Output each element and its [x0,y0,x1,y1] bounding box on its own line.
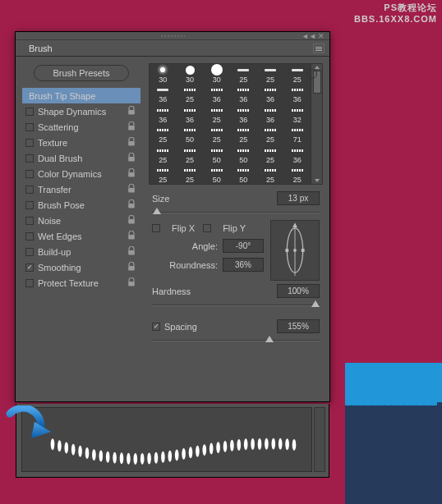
brush-thumb[interactable]: 25 [177,165,204,186]
brush-thumb[interactable]: 71 [283,125,311,145]
brush-thumb[interactable]: 36 [283,144,311,165]
scroll-down-icon[interactable] [315,179,320,182]
brush-thumb[interactable]: 36 [230,85,257,105]
flipy-checkbox[interactable] [203,224,211,232]
sidebar-checkbox[interactable] [25,248,34,256]
brush-thumb[interactable]: 50 [177,125,204,145]
scroll-up-icon[interactable] [315,66,320,69]
sidebar-checkbox[interactable] [25,123,34,131]
brush-thumbnail-grid[interactable]: 3030302525253625363636363636253636322550… [149,63,323,185]
brush-thumb[interactable]: 36 [177,104,204,125]
sidebar-item-wet-edges[interactable]: Wet Edges [22,228,140,244]
sidebar-checkbox[interactable] [25,279,34,287]
sidebar-item-scattering[interactable]: Scattering [22,119,140,135]
lock-icon[interactable] [127,153,136,162]
spacing-checkbox[interactable] [152,323,160,331]
brush-thumb[interactable]: 36 [257,104,284,125]
brush-thumb[interactable]: 25 [257,144,284,165]
brush-thumb[interactable]: 36 [283,85,311,105]
brush-thumb[interactable]: 50 [203,165,230,186]
lock-icon[interactable] [127,121,136,131]
brush-thumb[interactable]: 25 [150,165,177,186]
sidebar-checkbox[interactable] [25,154,34,163]
hardness-value[interactable]: 100% [277,284,320,298]
panel-menu-icon[interactable] [313,44,325,53]
brush-thumb-label: 36 [266,116,274,124]
sidebar-checkbox[interactable] [25,263,34,272]
lock-icon[interactable] [127,262,136,271]
sidebar-checkbox[interactable] [25,217,34,225]
sidebar-item-brush-tip-shape[interactable]: Brush Tip Shape [22,88,140,103]
sidebar-item-shape-dynamics[interactable]: Shape Dynamics [22,103,140,119]
spacing-value[interactable]: 155% [277,319,320,333]
brush-thumb[interactable]: 36 [203,85,230,105]
sidebar-checkbox[interactable] [25,186,34,194]
angle-value[interactable]: -90° [223,239,264,253]
brush-thumb[interactable]: 25 [177,85,204,105]
sidebar-item-brush-pose[interactable]: Brush Pose [22,197,140,213]
brush-thumb[interactable]: 36 [230,104,257,125]
close-icon[interactable]: ✕ [316,32,326,40]
brush-thumb[interactable]: 36 [257,85,284,105]
sidebar-item-protect-texture[interactable]: Protect Texture [22,275,140,291]
brush-thumb[interactable]: 30 [203,64,230,85]
brush-thumb[interactable]: 25 [177,144,204,165]
lock-icon[interactable] [127,106,136,115]
brush-thumb[interactable]: 25 [230,125,257,145]
sidebar-item-texture[interactable]: Texture [22,135,140,150]
size-slider[interactable] [152,207,320,218]
lock-icon[interactable] [127,277,136,286]
brush-thumb[interactable]: 36 [150,85,177,105]
spacing-slider[interactable] [152,335,320,346]
lock-icon[interactable] [127,199,136,208]
sidebar-item-label: Protect Texture [38,278,99,288]
brush-tab[interactable]: Brush [21,41,61,56]
angle-visualizer[interactable] [270,220,320,281]
hardness-slider[interactable] [152,300,320,311]
brush-thumb[interactable]: 50 [203,144,230,165]
brush-thumb-label: 30 [186,76,194,84]
sidebar-item-noise[interactable]: Noise [22,213,140,228]
brush-thumb[interactable]: 30 [177,64,204,85]
sidebar-item-build-up[interactable]: Build-up [22,244,140,259]
sidebar-item-smoothing[interactable]: Smoothing [22,259,140,275]
sidebar-checkbox[interactable] [25,201,34,209]
brush-thumb[interactable]: 32 [283,104,311,125]
sidebar-checkbox[interactable] [25,108,34,116]
brush-thumb[interactable]: 36 [150,104,177,125]
size-value[interactable]: 13 px [277,191,320,205]
brush-thumb[interactable]: 25 [257,165,284,186]
sidebar-item-color-dynamics[interactable]: Color Dynamics [22,166,140,181]
lock-icon[interactable] [127,184,136,193]
brush-thumb[interactable]: 25 [203,125,230,145]
brush-thumb[interactable]: 25 [230,64,257,85]
sidebar-checkbox[interactable] [25,170,34,178]
lock-icon[interactable] [127,246,136,255]
brush-thumb[interactable]: 25 [257,125,284,145]
brush-presets-button[interactable]: Brush Presets [34,65,129,81]
roundness-value[interactable]: 36% [223,258,264,272]
brush-thumb[interactable]: 25 [257,64,284,85]
brush-thumb[interactable]: 25 [203,104,230,125]
lock-icon[interactable] [127,231,136,240]
brush-thumb[interactable]: 25 [150,144,177,165]
panel-grip[interactable]: ◄◄ ✕ [16,32,329,40]
brush-thumb[interactable]: 50 [230,144,257,165]
lock-icon[interactable] [127,137,136,146]
collapse-icon[interactable]: ◄◄ [302,32,311,40]
brush-thumb[interactable]: 50 [230,165,257,186]
sidebar-checkbox[interactable] [25,139,34,147]
thumb-scrollbar[interactable] [311,64,322,184]
lock-icon[interactable] [127,168,136,177]
flipx-checkbox[interactable] [152,224,160,232]
sidebar-item-transfer[interactable]: Transfer [22,181,140,197]
watermark: PS教程论坛 BBS.16XX8.COM [354,2,437,25]
sidebar-item-dual-brush[interactable]: Dual Brush [22,150,140,166]
brush-size-picker-icon[interactable] [307,69,317,79]
preview-scrollbar[interactable] [314,407,325,472]
brush-thumb[interactable]: 30 [150,64,177,85]
brush-thumb[interactable]: 25 [283,165,311,186]
lock-icon[interactable] [127,215,136,224]
brush-thumb[interactable]: 25 [150,125,177,145]
sidebar-checkbox[interactable] [25,232,34,241]
